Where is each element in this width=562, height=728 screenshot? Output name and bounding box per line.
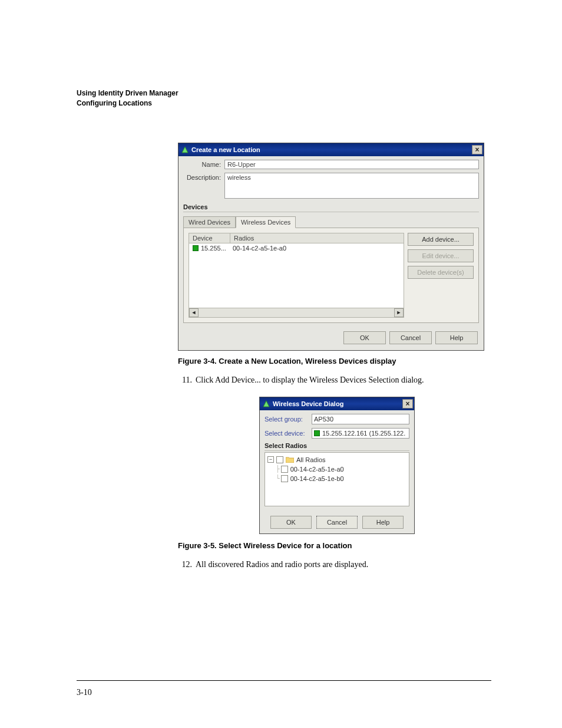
device-status-icon <box>314 430 320 436</box>
tree-child-label: 00-14-c2-a5-1e-a0 <box>290 466 344 473</box>
tree-child-node[interactable]: └ 00-14-c2-a5-1e-b0 <box>267 474 406 483</box>
cancel-button[interactable]: Cancel <box>389 331 432 344</box>
tab-wireless-devices[interactable]: Wireless Devices <box>236 216 296 228</box>
tab-wired-devices[interactable]: Wired Devices <box>183 216 236 228</box>
devices-tabstrip: Wired Devices Wireless Devices <box>183 215 479 228</box>
name-label: Name: <box>183 160 224 168</box>
col-header-radios[interactable]: Radios <box>230 233 404 243</box>
close-icon: × <box>475 146 479 153</box>
help-button[interactable]: Help <box>435 331 478 344</box>
dialog2-titlebar: Wireless Device Dialog × <box>260 397 414 410</box>
ok-button[interactable]: OK <box>343 331 386 344</box>
step-text: All discovered Radios and radio ports ar… <box>196 558 368 571</box>
tree-child-node[interactable]: ├ 00-14-c2-a5-1e-a0 <box>267 465 406 474</box>
step-text: Click Add Device... to display the Wirel… <box>196 374 424 386</box>
step-number: 11. <box>178 374 192 386</box>
expand-collapse-icon[interactable]: − <box>267 456 274 463</box>
close-button[interactable]: × <box>402 399 413 409</box>
devices-list-body[interactable]: 15.255... 00-14-c2-a5-1e-a0 <box>189 243 404 308</box>
cell-device: 15.255... <box>201 245 233 252</box>
table-row[interactable]: 15.255... 00-14-c2-a5-1e-a0 <box>189 243 404 253</box>
figure-caption-3-5: Figure 3-5. Select Wireless Device for a… <box>178 541 496 550</box>
add-device-button[interactable]: Add device... <box>408 233 474 246</box>
create-location-dialog: Create a new Location × Name: Descriptio… <box>178 143 484 351</box>
tree-connector: └ <box>276 475 280 482</box>
checkbox[interactable] <box>281 466 288 473</box>
wireless-device-dialog: Wireless Device Dialog × Select group: A… <box>259 397 415 534</box>
col-header-device[interactable]: Device <box>189 233 230 243</box>
edit-device-button: Edit device... <box>408 249 474 262</box>
close-button[interactable]: × <box>472 145 482 154</box>
horizontal-scrollbar[interactable]: ◄ ► <box>189 308 404 318</box>
select-device-dropdown[interactable]: 15.255.122.161 (15.255.122. <box>312 428 409 439</box>
footer-rule <box>77 680 491 681</box>
devices-list-header: Device Radios <box>189 233 404 243</box>
devices-list: Device Radios 15.255... 00-14-c2-a5-1e-a… <box>189 233 404 318</box>
dialog-titlebar: Create a new Location × <box>178 143 484 156</box>
select-group-dropdown[interactable]: AP530 <box>312 414 409 424</box>
checkbox[interactable] <box>276 456 283 463</box>
description-input[interactable] <box>224 173 479 199</box>
select-device-value: 15.255.122.161 (15.255.122. <box>322 430 405 437</box>
dialog2-title: Wireless Device Dialog <box>273 400 402 407</box>
devices-heading: Devices <box>183 203 479 212</box>
tree-root-node[interactable]: − All Radios <box>267 455 406 465</box>
app-icon <box>262 400 270 408</box>
select-group-value: AP530 <box>314 416 333 423</box>
scroll-track[interactable] <box>199 308 394 317</box>
close-icon: × <box>405 400 409 407</box>
app-icon <box>181 146 189 154</box>
running-header: Using Identity Driven Manager Configurin… <box>77 88 491 108</box>
select-radios-heading: Select Radios <box>265 442 409 451</box>
tree-child-label: 00-14-c2-a5-1e-b0 <box>290 475 344 482</box>
select-device-label: Select device: <box>265 430 312 437</box>
checkbox[interactable] <box>281 475 288 482</box>
device-status-icon <box>193 245 199 251</box>
select-group-label: Select group: <box>265 416 312 423</box>
dialog-title: Create a new Location <box>191 146 472 153</box>
ok-button[interactable]: OK <box>270 516 312 529</box>
folder-icon <box>286 456 294 463</box>
header-line-2: Configuring Locations <box>77 98 491 108</box>
cancel-button[interactable]: Cancel <box>316 516 358 529</box>
tree-root-label: All Radios <box>296 456 326 463</box>
step-number: 12. <box>178 558 192 571</box>
figure-caption-3-4: Figure 3-4. Create a New Location, Wirel… <box>178 357 496 365</box>
page-number: 3-10 <box>77 688 92 697</box>
help-button[interactable]: Help <box>362 516 404 529</box>
tree-connector: ├ <box>276 465 280 473</box>
scroll-right-button[interactable]: ► <box>394 308 404 317</box>
radios-tree[interactable]: − All Radios ├ 00-14-c2-a5-1e-a0 <box>265 452 409 506</box>
header-line-1: Using Identity Driven Manager <box>77 88 491 98</box>
wireless-devices-panel: Device Radios 15.255... 00-14-c2-a5-1e-a… <box>183 228 479 323</box>
scroll-left-button[interactable]: ◄ <box>189 308 199 317</box>
name-input[interactable] <box>224 160 479 169</box>
description-label: Description: <box>183 173 224 181</box>
cell-radios: 00-14-c2-a5-1e-a0 <box>233 245 404 252</box>
delete-device-button: Delete device(s) <box>408 266 474 279</box>
